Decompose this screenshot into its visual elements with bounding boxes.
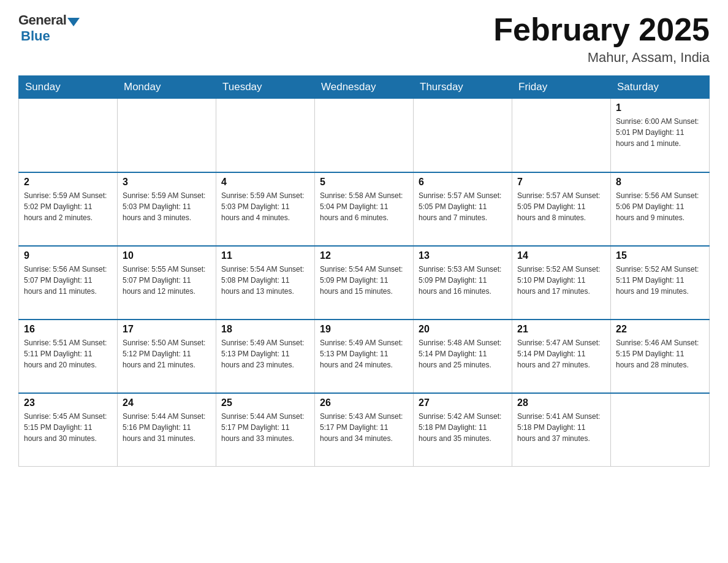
logo: General Blue: [18, 12, 80, 44]
day-number: 7: [517, 177, 605, 188]
day-number: 16: [24, 324, 112, 335]
weekday-header-tuesday: Tuesday: [216, 76, 315, 99]
day-number: 9: [24, 250, 112, 261]
calendar-cell: 1Sunrise: 6:00 AM Sunset: 5:01 PM Daylig…: [611, 99, 710, 172]
calendar-cell: 2Sunrise: 5:59 AM Sunset: 5:02 PM Daylig…: [19, 172, 118, 246]
weekday-header-thursday: Thursday: [414, 76, 512, 99]
day-number: 10: [123, 250, 211, 261]
calendar-cell: [216, 99, 315, 172]
calendar-cell: [19, 99, 118, 172]
logo-arrow-icon: [67, 18, 80, 26]
day-number: 23: [24, 397, 112, 408]
day-info: Sunrise: 5:53 AM Sunset: 5:09 PM Dayligh…: [419, 264, 507, 297]
day-number: 4: [221, 177, 309, 188]
day-number: 19: [320, 324, 408, 335]
day-info: Sunrise: 5:55 AM Sunset: 5:07 PM Dayligh…: [123, 264, 211, 297]
calendar-cell: 11Sunrise: 5:54 AM Sunset: 5:08 PM Dayli…: [216, 246, 315, 320]
day-number: 5: [320, 177, 408, 188]
calendar-cell: [414, 99, 512, 172]
day-number: 24: [123, 397, 211, 408]
day-info: Sunrise: 5:52 AM Sunset: 5:11 PM Dayligh…: [616, 264, 704, 297]
day-info: Sunrise: 5:59 AM Sunset: 5:03 PM Dayligh…: [123, 190, 211, 223]
day-number: 18: [221, 324, 309, 335]
calendar-cell: 7Sunrise: 5:57 AM Sunset: 5:05 PM Daylig…: [512, 172, 611, 246]
calendar-cell: 15Sunrise: 5:52 AM Sunset: 5:11 PM Dayli…: [611, 246, 710, 320]
day-info: Sunrise: 5:44 AM Sunset: 5:17 PM Dayligh…: [221, 411, 309, 444]
weekday-header-wednesday: Wednesday: [315, 76, 414, 99]
location-title: Mahur, Assam, India: [493, 50, 710, 66]
calendar-cell: 17Sunrise: 5:50 AM Sunset: 5:12 PM Dayli…: [118, 320, 216, 393]
day-number: 13: [419, 250, 507, 261]
day-number: 25: [221, 397, 309, 408]
weekday-header-row: SundayMondayTuesdayWednesdayThursdayFrid…: [19, 76, 710, 99]
calendar-cell: 22Sunrise: 5:46 AM Sunset: 5:15 PM Dayli…: [611, 320, 710, 393]
calendar-cell: 27Sunrise: 5:42 AM Sunset: 5:18 PM Dayli…: [414, 393, 512, 467]
day-number: 26: [320, 397, 408, 408]
day-number: 22: [616, 324, 704, 335]
day-info: Sunrise: 5:41 AM Sunset: 5:18 PM Dayligh…: [517, 411, 605, 444]
calendar-week-row: 9Sunrise: 5:56 AM Sunset: 5:07 PM Daylig…: [19, 246, 710, 320]
calendar-cell: 19Sunrise: 5:49 AM Sunset: 5:13 PM Dayli…: [315, 320, 414, 393]
calendar-cell: [512, 99, 611, 172]
day-number: 3: [123, 177, 211, 188]
calendar-table: SundayMondayTuesdayWednesdayThursdayFrid…: [18, 75, 710, 467]
day-info: Sunrise: 5:42 AM Sunset: 5:18 PM Dayligh…: [419, 411, 507, 444]
calendar-cell: 20Sunrise: 5:48 AM Sunset: 5:14 PM Dayli…: [414, 320, 512, 393]
day-number: 14: [517, 250, 605, 261]
weekday-header-monday: Monday: [118, 76, 216, 99]
calendar-cell: 26Sunrise: 5:43 AM Sunset: 5:17 PM Dayli…: [315, 393, 414, 467]
calendar-cell: 16Sunrise: 5:51 AM Sunset: 5:11 PM Dayli…: [19, 320, 118, 393]
calendar-cell: 12Sunrise: 5:54 AM Sunset: 5:09 PM Dayli…: [315, 246, 414, 320]
calendar-cell: 6Sunrise: 5:57 AM Sunset: 5:05 PM Daylig…: [414, 172, 512, 246]
day-info: Sunrise: 5:47 AM Sunset: 5:14 PM Dayligh…: [517, 337, 605, 370]
day-info: Sunrise: 5:57 AM Sunset: 5:05 PM Dayligh…: [517, 190, 605, 223]
calendar-cell: 8Sunrise: 5:56 AM Sunset: 5:06 PM Daylig…: [611, 172, 710, 246]
weekday-header-saturday: Saturday: [611, 76, 710, 99]
weekday-header-friday: Friday: [512, 76, 611, 99]
calendar-cell: [118, 99, 216, 172]
day-number: 27: [419, 397, 507, 408]
day-info: Sunrise: 5:59 AM Sunset: 5:02 PM Dayligh…: [24, 190, 112, 223]
logo-general-text: General: [18, 12, 66, 28]
calendar-cell: 18Sunrise: 5:49 AM Sunset: 5:13 PM Dayli…: [216, 320, 315, 393]
month-title: February 2025: [493, 12, 710, 47]
day-info: Sunrise: 5:57 AM Sunset: 5:05 PM Dayligh…: [419, 190, 507, 223]
day-info: Sunrise: 5:56 AM Sunset: 5:07 PM Dayligh…: [24, 264, 112, 297]
day-info: Sunrise: 5:48 AM Sunset: 5:14 PM Dayligh…: [419, 337, 507, 370]
calendar-cell: 13Sunrise: 5:53 AM Sunset: 5:09 PM Dayli…: [414, 246, 512, 320]
calendar-week-row: 2Sunrise: 5:59 AM Sunset: 5:02 PM Daylig…: [19, 172, 710, 246]
day-info: Sunrise: 5:44 AM Sunset: 5:16 PM Dayligh…: [123, 411, 211, 444]
title-section: February 2025 Mahur, Assam, India: [493, 12, 710, 66]
calendar-cell: [611, 393, 710, 467]
calendar-cell: 25Sunrise: 5:44 AM Sunset: 5:17 PM Dayli…: [216, 393, 315, 467]
day-info: Sunrise: 5:49 AM Sunset: 5:13 PM Dayligh…: [221, 337, 309, 370]
day-info: Sunrise: 5:50 AM Sunset: 5:12 PM Dayligh…: [123, 337, 211, 370]
logo-blue-text: Blue: [21, 28, 50, 44]
day-number: 1: [616, 102, 704, 113]
calendar-cell: [315, 99, 414, 172]
calendar-cell: 5Sunrise: 5:58 AM Sunset: 5:04 PM Daylig…: [315, 172, 414, 246]
calendar-week-row: 23Sunrise: 5:45 AM Sunset: 5:15 PM Dayli…: [19, 393, 710, 467]
calendar-cell: 23Sunrise: 5:45 AM Sunset: 5:15 PM Dayli…: [19, 393, 118, 467]
day-info: Sunrise: 5:46 AM Sunset: 5:15 PM Dayligh…: [616, 337, 704, 370]
day-info: Sunrise: 5:58 AM Sunset: 5:04 PM Dayligh…: [320, 190, 408, 223]
calendar-cell: 10Sunrise: 5:55 AM Sunset: 5:07 PM Dayli…: [118, 246, 216, 320]
day-info: Sunrise: 5:56 AM Sunset: 5:06 PM Dayligh…: [616, 190, 704, 223]
day-number: 28: [517, 397, 605, 408]
day-number: 6: [419, 177, 507, 188]
calendar-cell: 14Sunrise: 5:52 AM Sunset: 5:10 PM Dayli…: [512, 246, 611, 320]
day-info: Sunrise: 5:45 AM Sunset: 5:15 PM Dayligh…: [24, 411, 112, 444]
calendar-cell: 28Sunrise: 5:41 AM Sunset: 5:18 PM Dayli…: [512, 393, 611, 467]
day-number: 21: [517, 324, 605, 335]
day-info: Sunrise: 5:51 AM Sunset: 5:11 PM Dayligh…: [24, 337, 112, 370]
day-number: 8: [616, 177, 704, 188]
day-info: Sunrise: 5:49 AM Sunset: 5:13 PM Dayligh…: [320, 337, 408, 370]
day-info: Sunrise: 5:54 AM Sunset: 5:09 PM Dayligh…: [320, 264, 408, 297]
day-number: 15: [616, 250, 704, 261]
calendar-week-row: 1Sunrise: 6:00 AM Sunset: 5:01 PM Daylig…: [19, 99, 710, 172]
day-number: 11: [221, 250, 309, 261]
calendar-cell: 21Sunrise: 5:47 AM Sunset: 5:14 PM Dayli…: [512, 320, 611, 393]
day-info: Sunrise: 5:59 AM Sunset: 5:03 PM Dayligh…: [221, 190, 309, 223]
calendar-week-row: 16Sunrise: 5:51 AM Sunset: 5:11 PM Dayli…: [19, 320, 710, 393]
day-number: 20: [419, 324, 507, 335]
